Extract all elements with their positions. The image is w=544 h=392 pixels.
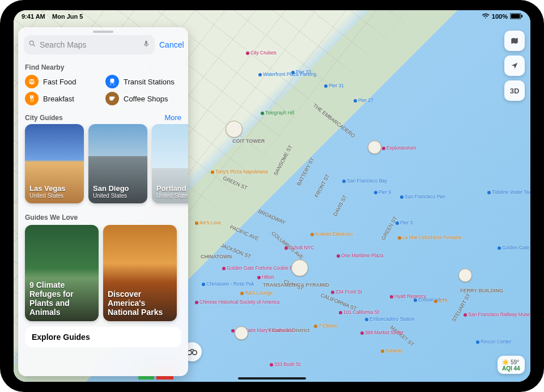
area-label: FERRY BUILDING <box>460 288 503 293</box>
poi-medallion-coit-tower[interactable] <box>226 121 243 138</box>
map-poi[interactable]: Schott NYC <box>284 245 314 250</box>
svg-point-4 <box>193 351 197 355</box>
card-title: Discover America's National Parks <box>108 289 172 317</box>
card-title: San Diego <box>93 184 129 193</box>
map-poi[interactable]: Chinese Historical Society of America <box>195 299 279 305</box>
find-nearby-title: Find Nearby <box>18 59 188 75</box>
weather-aqi: AQI 44 <box>502 365 520 372</box>
svg-line-6 <box>33 45 35 46</box>
map-poi[interactable]: Ike's Love <box>195 220 221 225</box>
map-poi[interactable]: Pier 3 <box>396 220 413 225</box>
city-guides-more[interactable]: More <box>164 113 181 122</box>
map-poi[interactable]: Tony's Pizza Napoletana <box>211 169 268 174</box>
map-poi[interactable]: One Maritime Plaza <box>337 253 384 258</box>
status-bar: 9:41 AM Mon Jun 5 100% <box>14 10 530 23</box>
battery-icon <box>510 13 522 20</box>
map-poi[interactable]: 234 Front St <box>331 289 362 295</box>
map-poi[interactable]: Pier 31 <box>324 83 344 88</box>
chip-label: Transit Stations <box>124 78 175 86</box>
city-card-portland[interactable]: PortlandUnited States <box>152 124 188 203</box>
svg-point-5 <box>29 41 33 45</box>
poi-medallion-ferry-building[interactable] <box>458 269 472 282</box>
map-poi[interactable]: City Cruises <box>246 50 277 56</box>
map-poi[interactable]: Hilton <box>257 274 274 280</box>
map-controls: 3D <box>504 31 525 101</box>
chip-label: Fast Food <box>43 78 76 86</box>
map-poi[interactable]: Pier 33 <box>291 69 311 75</box>
cup-icon <box>105 92 119 105</box>
weather-temp: 59° <box>511 359 519 365</box>
poi-medallion-exploratorium[interactable] <box>368 140 381 154</box>
svg-point-9 <box>110 82 112 83</box>
map-poi[interactable]: 333 Bush St <box>270 361 300 367</box>
panel-grabber[interactable] <box>93 31 113 33</box>
guide-card[interactable]: Discover America's National Parks <box>103 225 177 321</box>
map-poi[interactable]: Chinatown - Rose Pak <box>202 281 254 287</box>
map-mode-button[interactable] <box>504 31 525 51</box>
map-poi[interactable]: San Francisco Pier <box>400 194 445 199</box>
nearby-chip-coffee-shops[interactable]: Coffee Shops <box>105 92 181 105</box>
card-subtitle: United States <box>156 193 188 199</box>
search-icon <box>28 40 36 50</box>
fork-icon <box>25 92 39 105</box>
sun-icon: ☀️ <box>502 359 509 365</box>
burger-icon <box>25 75 39 88</box>
svg-rect-7 <box>145 41 147 45</box>
map-poi[interactable]: Pier 9 <box>374 189 391 195</box>
search-input[interactable] <box>40 40 139 49</box>
home-indicator[interactable] <box>238 377 306 380</box>
nearby-chip-breakfast[interactable]: Breakfast <box>25 92 101 105</box>
search-bar[interactable] <box>24 35 155 54</box>
nearby-chip-fast-food[interactable]: Fast Food <box>25 75 101 88</box>
card-subtitle: United States <box>93 193 143 199</box>
map-poi[interactable]: Golden Gate Ferry <box>498 245 530 250</box>
explore-guides-label: Explore Guides <box>32 333 90 342</box>
map-poi[interactable]: Embarcadero Station <box>365 316 415 322</box>
guides-we-love-title: Guides We Love <box>18 209 188 225</box>
chip-label: Breakfast <box>43 95 74 103</box>
card-title: 9 Climate Refuges for Plants and Animals <box>29 280 94 317</box>
svg-rect-1 <box>511 14 520 18</box>
map-poi[interactable]: Subway <box>381 348 402 353</box>
status-time: 9:41 AM <box>22 13 45 20</box>
ipad-frame: 9:41 AM Mon Jun 5 100% THE EMBARCADEROBR… <box>0 0 544 392</box>
map-poi[interactable]: R&G Lounge <box>240 290 273 296</box>
card-subtitle: United States <box>29 193 79 199</box>
map-poi[interactable]: San Francisco Bay <box>342 178 387 184</box>
wifi-icon <box>482 12 490 21</box>
mic-icon[interactable] <box>142 40 150 50</box>
search-panel: Cancel Find Nearby Fast FoodTransit Stat… <box>18 27 188 376</box>
map-poi[interactable]: Exploratorium <box>382 145 416 151</box>
map-poi[interactable]: San Francisco Railway Museum <box>464 312 530 317</box>
map-poi[interactable]: 388 Market Street <box>360 330 403 335</box>
nearby-chip-transit-stations[interactable]: Transit Stations <box>105 75 181 88</box>
train-icon <box>105 75 119 88</box>
explore-guides-row[interactable]: Explore Guides <box>25 327 181 347</box>
city-card-san-diego[interactable]: San DiegoUnited States <box>88 124 147 203</box>
battery-percent: 100% <box>492 13 508 20</box>
map-poi[interactable]: 7-Eleven <box>314 323 338 329</box>
area-label: CHINATOWN <box>201 254 232 259</box>
map-poi[interactable]: Kokkari Estiatorio <box>311 231 352 237</box>
locate-button[interactable] <box>504 56 525 76</box>
map-poi[interactable]: Pier 27 <box>354 97 373 103</box>
card-title: Las Vegas <box>29 184 66 193</box>
status-date: Mon Jun 5 <box>52 13 83 20</box>
city-guides-title: City Guides <box>25 114 63 122</box>
card-title: Portland <box>156 184 186 193</box>
map-poi[interactable]: STK <box>434 298 448 304</box>
weather-widget[interactable]: ☀️ 59° AQI 44 <box>498 356 525 374</box>
map-poi[interactable]: Rincon Center <box>476 339 511 344</box>
screen: 9:41 AM Mon Jun 5 100% THE EMBARCADEROBR… <box>14 10 530 382</box>
3d-button[interactable]: 3D <box>504 80 525 101</box>
guide-card[interactable]: 9 Climate Refuges for Plants and Animals <box>25 225 99 321</box>
map-poi[interactable]: Tideline Water Taxi <box>487 189 530 195</box>
poi-medallion-old-st-marys[interactable] <box>235 326 248 340</box>
map-poi[interactable]: La Mar Cebicheria Peruana <box>398 235 461 240</box>
cancel-button[interactable]: Cancel <box>159 40 184 49</box>
map-poi[interactable]: 101 California St <box>339 309 379 315</box>
svg-rect-8 <box>110 79 114 83</box>
city-card-las-vegas[interactable]: Las VegasUnited States <box>25 124 84 203</box>
map-poi[interactable]: Telegraph Hill <box>261 110 295 116</box>
poi-medallion-transamerica[interactable] <box>291 259 308 276</box>
